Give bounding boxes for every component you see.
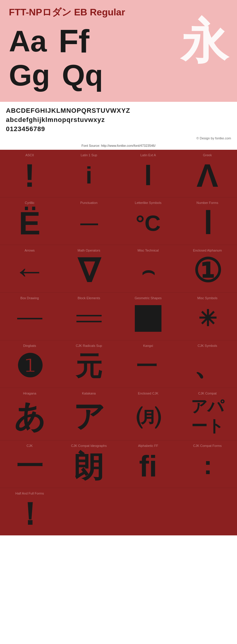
specimen-kanji: 永 xyxy=(181,18,228,65)
cell-cjkcompatid: CJK Compat Ideographs 朗 xyxy=(59,440,118,488)
cell-empty3 xyxy=(178,488,237,535)
cell-cjkradicals: CJK Radicals Sup 元 xyxy=(59,340,118,388)
cell-cjkcompatforms: CJK Compat Forms ： xyxy=(178,440,237,488)
cell-blockelements: Block Elements xyxy=(59,293,118,340)
char-cjkcompat: アパ ート xyxy=(191,397,224,436)
char-cyrillic: Ë xyxy=(19,206,40,240)
char-halfful: ！ xyxy=(14,497,45,531)
label-cyrillic: Cyrillic xyxy=(3,201,56,205)
char-blockelements xyxy=(76,301,102,336)
label-latinexta: Latin Ext A xyxy=(121,153,175,157)
char-punctuation: — xyxy=(80,206,97,240)
char-letterlike: °C xyxy=(136,206,161,240)
cell-boxdrawing: Box Drawing xyxy=(0,293,59,340)
cell-enclosedcjk: Enclosed CJK ㈪ xyxy=(118,388,178,440)
label-cjkcompatid: CJK Compat Ideographs xyxy=(62,444,116,447)
cell-greek: Greek Λ xyxy=(178,150,237,197)
char-hiragana: あ xyxy=(14,397,46,436)
char-enclosed: ① xyxy=(193,254,222,288)
label-boxdrawing: Box Drawing xyxy=(3,296,56,300)
grid-row-1: ASCII ! Latin 1 Sup i Latin Ext A l Gree… xyxy=(0,150,237,197)
copyright-text: © Design by fontke.com xyxy=(6,136,231,140)
grid-row-7: CJK 一 CJK Compat Ideographs 朗 Alphabetic… xyxy=(0,440,237,488)
cell-numberforms: Number Forms Ⅰ xyxy=(178,197,237,245)
source-text: Font Source: http://www.fontke.com/font/… xyxy=(0,143,237,150)
specimen-row-1: Aa Ff 永 xyxy=(9,25,228,57)
char-enclosedcjk: ㈪ xyxy=(136,397,161,436)
char-ascii: ! xyxy=(24,158,35,193)
grid-row-8: Half And Full Forms ！ xyxy=(0,488,237,535)
label-hiragana: Hiragana xyxy=(3,392,56,395)
cell-kangxi: Kangxi 一 xyxy=(118,340,178,388)
cell-cyrillic: Cyrillic Ë xyxy=(0,197,59,245)
cell-cjksymbols: CJK Symbols 、 xyxy=(178,340,237,388)
label-enclosedcjk: Enclosed CJK xyxy=(121,392,175,395)
label-greek: Greek xyxy=(181,153,234,157)
specimen-aa: Aa xyxy=(9,26,47,56)
char-arrows: ← xyxy=(13,254,46,288)
char-numberforms: Ⅰ xyxy=(203,206,212,240)
alphabet-digits: 0123456789 xyxy=(6,125,231,134)
cell-hiragana: Hiragana あ xyxy=(0,388,59,440)
header-section: FTT-NPロダン EB Regular Aa Ff 永 Gg Qq xyxy=(0,0,237,102)
label-katakana: Katakana xyxy=(62,392,116,395)
label-halfful: Half And Full Forms xyxy=(3,492,56,495)
label-numberforms: Number Forms xyxy=(181,201,234,205)
cell-ascii: ASCII ! xyxy=(0,150,59,197)
cell-alphabeticff: Alphabetic FF ﬁ xyxy=(118,440,178,488)
label-kangxi: Kangxi xyxy=(121,344,175,347)
label-mathops: Math Operators xyxy=(62,249,116,252)
char-katakana: ア xyxy=(73,397,105,436)
char-misctech: ⌢ xyxy=(141,254,155,288)
char-miscsymbols: ✳ xyxy=(198,301,217,336)
char-latin1: i xyxy=(86,158,92,193)
cell-halffulll: Half And Full Forms ！ xyxy=(0,488,59,535)
cell-geoshapes: Geometric Shapes xyxy=(118,293,178,340)
copyright-section: © Design by fontke.com xyxy=(0,135,237,143)
char-boxdrawing xyxy=(3,301,56,336)
label-blockelements: Block Elements xyxy=(62,296,116,300)
char-dingbats: ❶ xyxy=(16,349,44,383)
label-enclosed: Enclosed Alphanum xyxy=(181,249,234,252)
cell-empty1 xyxy=(59,488,118,535)
char-latinexta: l xyxy=(144,158,152,193)
label-cjksymbols: CJK Symbols xyxy=(181,344,234,347)
cell-misctech: Misc Technical ⌢ xyxy=(118,245,178,292)
alphabet-lower: abcdefghijklmnopqrstuvwxyz xyxy=(6,115,231,125)
char-kangxi: 一 xyxy=(136,349,160,383)
char-cjkradicals: 元 xyxy=(76,349,102,383)
cell-dingbats: Dingbats ❶ xyxy=(0,340,59,388)
label-misctech: Misc Technical xyxy=(121,249,175,252)
char-alphabeticff: ﬁ xyxy=(139,449,157,483)
cell-empty2 xyxy=(118,488,178,535)
label-alphabeticff: Alphabetic FF xyxy=(121,444,175,447)
char-mathops: ∇ xyxy=(78,254,100,288)
char-cjkcompatforms: ： xyxy=(196,449,219,483)
cell-enclosed: Enclosed Alphanum ① xyxy=(178,245,237,292)
label-miscsymbols: Misc Symbols xyxy=(181,296,234,300)
grid-row-3: Arrows ← Math Operators ∇ Misc Technical… xyxy=(0,245,237,293)
cell-arrows: Arrows ← xyxy=(0,245,59,292)
label-cjk: CJK xyxy=(3,444,56,447)
char-cjk: 一 xyxy=(16,449,43,483)
grid-section: ASCII ! Latin 1 Sup i Latin Ext A l Gree… xyxy=(0,150,237,535)
grid-row-6: Hiragana あ Katakana ア Enclosed CJK ㈪ CJK… xyxy=(0,388,237,440)
cell-miscsymbols: Misc Symbols ✳ xyxy=(178,293,237,340)
char-cjksymbols: 、 xyxy=(194,349,221,383)
char-cjkcompatid: 朗 xyxy=(74,449,104,483)
label-ascii: ASCII xyxy=(3,153,56,157)
cell-latinexta: Latin Ext A l xyxy=(118,150,178,197)
cell-latin1: Latin 1 Sup i xyxy=(59,150,118,197)
grid-row-4: Box Drawing Block Elements Geometric Sha… xyxy=(0,293,237,340)
char-greek: Λ xyxy=(196,158,218,193)
cell-katakana: Katakana ア xyxy=(59,388,118,440)
grid-row-5: Dingbats ❶ CJK Radicals Sup 元 Kangxi 一 C… xyxy=(0,340,237,388)
label-geoshapes: Geometric Shapes xyxy=(121,296,175,300)
label-punctuation: Punctuation xyxy=(62,201,116,205)
specimen-qq: Qq xyxy=(62,60,103,90)
label-dingbats: Dingbats xyxy=(3,344,56,347)
cell-mathops: Math Operators ∇ xyxy=(59,245,118,292)
label-cjkcompat: CJK Compat xyxy=(181,392,234,395)
char-geoshapes xyxy=(135,301,161,336)
label-arrows: Arrows xyxy=(3,249,56,252)
